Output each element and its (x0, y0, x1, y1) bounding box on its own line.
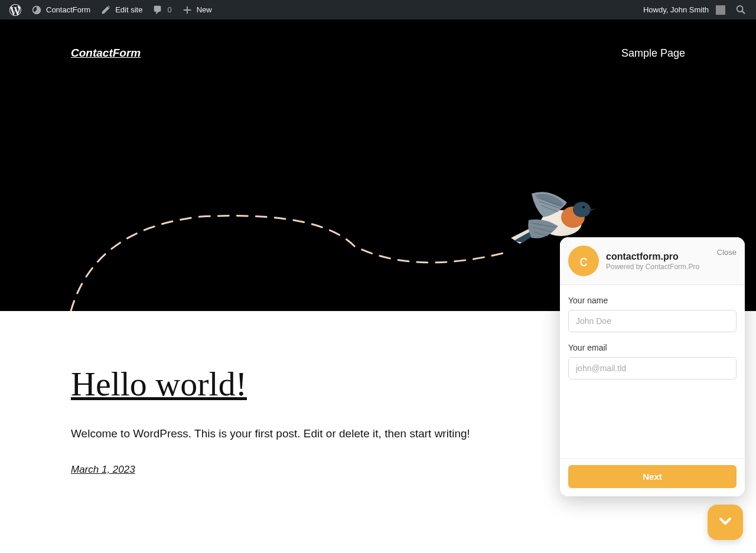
name-input[interactable] (568, 310, 737, 332)
email-label: Your email (568, 343, 737, 352)
wordpress-logo-icon (9, 4, 21, 16)
admin-bar-right: Howdy, John Smith (638, 0, 751, 19)
site-title-link[interactable]: ContactForm (71, 47, 141, 60)
post-date-link[interactable]: March 1, 2023 (71, 464, 135, 475)
contact-form-popup: c contactform.pro Powered by ContactForm… (560, 237, 745, 496)
greeting-text: Howdy, John Smith (643, 5, 709, 14)
comments-count: 0 (167, 5, 171, 14)
search-menu[interactable] (730, 0, 751, 19)
popup-header: c contactform.pro Powered by ContactForm… (560, 237, 745, 285)
site-name-label: ContactForm (46, 5, 90, 14)
popup-body: Your name Your email (560, 285, 745, 459)
search-icon (735, 4, 747, 16)
my-account-menu[interactable]: Howdy, John Smith (638, 0, 730, 19)
popup-footer: Next (560, 459, 745, 496)
edit-site-label: Edit site (115, 5, 142, 14)
site-header: ContactForm Sample Page (0, 19, 756, 87)
email-input[interactable] (568, 357, 737, 379)
popup-subtitle: Powered by ContactForm.Pro (606, 263, 710, 271)
new-label: New (197, 5, 212, 14)
comments-menu[interactable]: 0 (147, 0, 176, 19)
dashed-path-decoration (59, 193, 532, 311)
next-button[interactable]: Next (568, 465, 737, 488)
avatar (716, 5, 725, 15)
dashboard-icon (31, 4, 43, 16)
site-name-menu[interactable]: ContactForm (26, 0, 95, 19)
name-label: Your name (568, 296, 737, 305)
admin-bar-left: ContactForm Edit site 0 New (5, 0, 217, 19)
edit-icon (100, 4, 112, 16)
comments-icon (152, 4, 164, 16)
popup-close-button[interactable]: Close (717, 248, 737, 257)
popup-avatar: c (568, 246, 599, 276)
wp-logo-menu[interactable] (5, 0, 26, 19)
edit-site-menu[interactable]: Edit site (95, 0, 147, 19)
chevron-down-icon (716, 512, 735, 533)
popup-header-text: contactform.pro Powered by ContactForm.P… (606, 251, 710, 271)
wp-admin-bar: ContactForm Edit site 0 New Howdy, John … (0, 0, 756, 19)
popup-title: contactform.pro (606, 251, 710, 262)
nav-sample-page[interactable]: Sample Page (621, 47, 685, 60)
svg-point-3 (582, 206, 585, 208)
svg-point-2 (573, 202, 591, 217)
plus-icon (181, 4, 193, 16)
new-content-menu[interactable]: New (177, 0, 217, 19)
chat-toggle-button[interactable] (708, 505, 743, 540)
